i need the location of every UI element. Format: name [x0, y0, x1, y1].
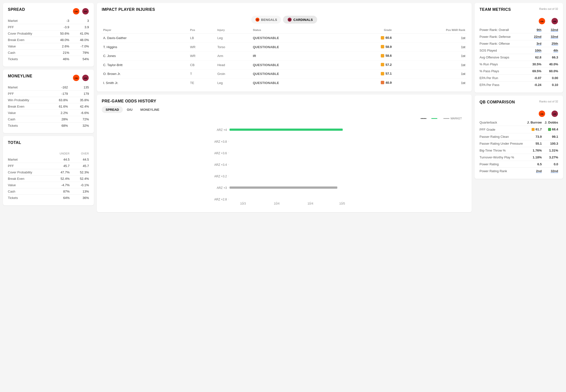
table-row: Cash87%13% — [8, 188, 89, 195]
svg-text:CIN: CIN — [75, 11, 78, 13]
ou-odds-tab[interactable]: O/U — [123, 106, 136, 113]
table-row: Market-33 — [8, 18, 89, 24]
table-row: PFF-3.93.9 — [8, 24, 89, 30]
bengals-tab-logo: CIN — [255, 17, 260, 22]
table-row: EPA Per Run-0.070.00 — [480, 75, 558, 82]
team-metrics-table: Power Rank: Overall9th32ndPower Rank: De… — [480, 27, 558, 88]
table-row: Cash21%79% — [8, 50, 89, 56]
svg-text:ARZ +3.6: ARZ +3.6 — [214, 152, 227, 155]
chart-svg: ARZ +4 ARZ +3.8 ARZ +3.6 ARZ +3.4 ARZ +3… — [102, 124, 467, 208]
team-metrics-title: TEAM METRICS — [480, 7, 511, 12]
team-metrics-card: TEAM METRICS Ranks out of 32 CIN ARI Pow… — [475, 3, 563, 93]
injuries-card: IMPACT PLAYER INJURIES CIN BENGALS ARI C… — [97, 3, 472, 92]
qb-comparison-table: QuarterbackJ. BurrowJ. DobbsPFF Grade61.… — [480, 119, 558, 174]
total-title: TOTAL — [8, 140, 21, 145]
under-col-header: UNDER — [49, 151, 70, 156]
cardinals-tab[interactable]: ARI CARDINALS — [283, 16, 317, 24]
svg-text:ARZ +3.8: ARZ +3.8 — [214, 140, 227, 143]
table-row: SOS Played10th4th — [480, 47, 558, 54]
table-row: PFF Grade61.768.4 — [480, 126, 558, 133]
table-row: EPA Per Pass-0.240.10 — [480, 82, 558, 88]
injuries-title: IMPACT PLAYER INJURIES — [102, 7, 155, 12]
war-rank-col-header: Pos WAR Rank — [393, 28, 467, 34]
table-row: Big-Time Throw %1.76%1.31% — [480, 147, 558, 154]
table-row: Market44.544.5 — [8, 156, 89, 163]
bengals-logo-tm: CIN — [538, 18, 545, 25]
table-row: Cover Probability50.6%41.0% — [8, 30, 89, 37]
svg-text:ARZ +3: ARZ +3 — [217, 186, 227, 190]
moneyline-odds-tab[interactable]: MONEYLINE — [136, 106, 163, 113]
cardinals-tab-logo: ARI — [287, 17, 292, 22]
svg-text:ARI: ARI — [553, 21, 556, 22]
table-row: Cover Probability47.7%52.3% — [8, 169, 89, 176]
table-row: PFF-179179 — [8, 91, 89, 97]
bengals-logo-qb: CIN — [538, 110, 545, 117]
table-row: Tickets64%36% — [8, 195, 89, 201]
table-row: Avg Offensive Snaps62.866.3 — [480, 54, 558, 61]
svg-text:ARI: ARI — [84, 11, 87, 13]
table-row: Win Probability63.8%35.8% — [8, 97, 89, 103]
player-col-header: Player — [102, 28, 189, 34]
market-legend-label: MARKET — [451, 117, 462, 120]
svg-rect-27 — [229, 186, 337, 189]
cardinals-logo: ARI — [82, 8, 89, 15]
bengals-logo-ml: CIN — [73, 74, 80, 81]
svg-text:ARZ +3.2: ARZ +3.2 — [214, 175, 227, 178]
table-row: Cash28%72% — [8, 116, 89, 123]
odds-history-card: PRE-GAME ODDS HISTORY SPREAD O/U MONEYLI… — [97, 95, 472, 212]
table-row: Tickets46%54% — [8, 56, 89, 62]
table-row: Power Rating6.50.0 — [480, 161, 558, 168]
svg-text:ARZ +2.8: ARZ +2.8 — [214, 198, 227, 201]
moneyline-card: MONEYLINE CIN ARI Market-162135PFF-17917… — [3, 70, 94, 133]
table-row: I. Smith Jr. TE Leg QUESTIONABLE 40.9 1s… — [102, 78, 467, 87]
table-row: PFF45.745.7 — [8, 163, 89, 169]
spread-title: SPREAD — [8, 7, 25, 12]
odds-history-title: PRE-GAME ODDS HISTORY — [102, 99, 156, 103]
qb-comparison-title: QB COMPARISON — [480, 100, 515, 104]
cardinals-logo-qb: ARI — [551, 110, 558, 117]
grade-col-header: Grade — [348, 28, 393, 34]
bengals-logo: CIN — [73, 8, 80, 15]
svg-text:ARI: ARI — [553, 113, 556, 115]
table-row: Power Rank: Defense22nd32nd — [480, 33, 558, 40]
svg-rect-26 — [229, 129, 343, 131]
table-row: % Pass Plays69.5%60.0% — [480, 68, 558, 75]
bengals-line — [431, 118, 437, 119]
team-metrics-ranks-label: Ranks out of 32 — [539, 7, 558, 10]
svg-text:ARI: ARI — [84, 77, 87, 79]
spread-odds-tab[interactable]: SPREAD — [102, 106, 123, 113]
moneyline-team-logos: CIN ARI — [73, 74, 89, 81]
odds-tabs: SPREAD O/U MONEYLINE — [102, 106, 467, 113]
table-row: Passer Rating Clean73.999.1 — [480, 133, 558, 140]
pos-col-header: Pos — [189, 28, 216, 34]
bengals-tab[interactable]: CIN BENGALS — [251, 16, 281, 24]
spread-team-logos: CIN ARI — [73, 8, 89, 15]
middle-column: IMPACT PLAYER INJURIES CIN BENGALS ARI C… — [97, 3, 472, 389]
table-row: Break Even61.6%42.4% — [8, 103, 89, 110]
table-row: % Run Plays30.5%40.0% — [480, 61, 558, 68]
right-column: TEAM METRICS Ranks out of 32 CIN ARI Pow… — [475, 3, 563, 389]
table-row: Passer Rating Under Pressure55.1100.3 — [480, 140, 558, 147]
injuries-tabs: CIN BENGALS ARI CARDINALS — [102, 16, 467, 24]
chart-legend: MARKET — [421, 117, 462, 120]
table-row: Power Rating Rank2nd32nd — [480, 168, 558, 174]
market-legend-line — [443, 118, 449, 119]
left-column: SPREAD CIN ARI Market-33PFF-3.93.9Cover … — [3, 3, 94, 389]
svg-text:ARI: ARI — [288, 19, 291, 21]
team-metrics-logos: CIN ARI — [480, 18, 558, 25]
table-row: Market-162135 — [8, 84, 89, 91]
table-row: Value-4.7%-0.1% — [8, 182, 89, 188]
table-row: Turnover-Worthy Play %1.18%3.27% — [480, 154, 558, 161]
qb-names-row: QuarterbackJ. BurrowJ. Dobbs — [480, 119, 558, 126]
bengals-legend-line — [421, 118, 426, 119]
status-col-header: Status — [251, 28, 348, 34]
table-row: Break Even52.4%52.4% — [8, 176, 89, 182]
table-row: Break Even48.0%48.0% — [8, 37, 89, 43]
svg-text:ARZ +4: ARZ +4 — [217, 128, 227, 132]
svg-text:ARZ +3.4: ARZ +3.4 — [214, 163, 227, 167]
table-row: C. Jones WR Arm IR 58.6 1st — [102, 52, 467, 61]
cardinals-logo-tm: ARI — [551, 18, 558, 25]
svg-text:CIN: CIN — [540, 21, 543, 22]
table-row: C. Taylor-Britt CB Head QUESTIONABLE 57.… — [102, 60, 467, 70]
bengals-tab-label: BENGALS — [261, 18, 277, 22]
